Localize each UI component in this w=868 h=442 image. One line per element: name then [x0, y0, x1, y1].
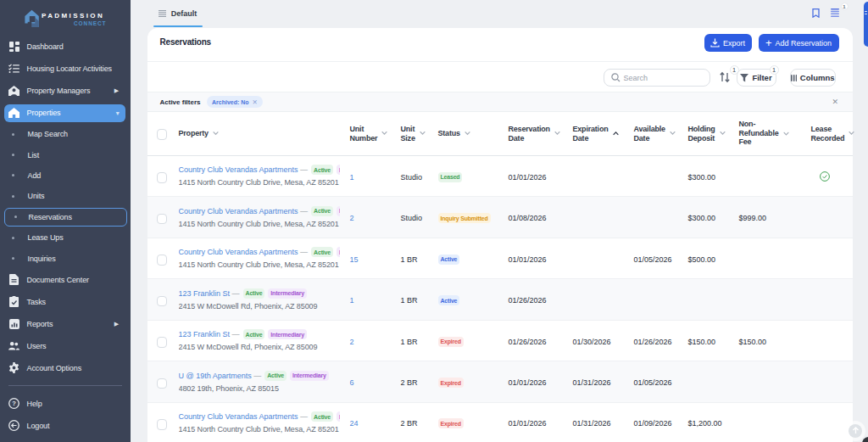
svg-text:?: ?: [12, 400, 16, 408]
